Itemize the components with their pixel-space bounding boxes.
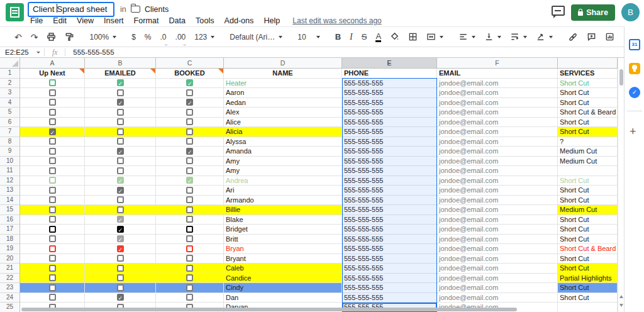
name-cell[interactable]: Aedan: [224, 98, 342, 108]
checkbox[interactable]: [186, 206, 193, 213]
phone-cell[interactable]: 555-555-555: [342, 205, 437, 215]
service-cell[interactable]: Short Cut: [558, 98, 618, 108]
checkbox-cell[interactable]: [156, 186, 224, 196]
checkbox[interactable]: [49, 245, 56, 252]
formula-input[interactable]: 555-555-555: [65, 48, 114, 56]
checkbox[interactable]: [49, 206, 56, 213]
checkbox[interactable]: ✓: [117, 294, 124, 301]
checkbox-cell[interactable]: [20, 215, 85, 225]
row-header[interactable]: 12: [0, 176, 20, 186]
row-header[interactable]: 9: [0, 147, 20, 157]
checkbox-cell[interactable]: ✓: [85, 244, 156, 254]
service-cell[interactable]: Medium Cut: [558, 147, 618, 157]
column-headers[interactable]: ABCDEF: [0, 58, 618, 69]
checkbox-cell[interactable]: [85, 137, 156, 147]
checkbox-cell[interactable]: ✓: [85, 186, 156, 196]
name-cell[interactable]: Alyssa: [224, 137, 342, 147]
scroll-down-icon[interactable]: [619, 304, 623, 307]
checkbox-cell[interactable]: ✓: [85, 235, 156, 245]
row-header[interactable]: 11: [0, 166, 20, 176]
checkbox[interactable]: ✓: [117, 177, 124, 184]
checkbox-cell[interactable]: [156, 274, 224, 284]
checkbox-cell[interactable]: [20, 176, 85, 186]
checkbox-cell[interactable]: [20, 79, 85, 89]
checkbox-cell[interactable]: [156, 293, 224, 303]
service-cell[interactable]: ?: [558, 137, 618, 147]
font-select[interactable]: Default (Ari…: [225, 30, 287, 45]
checkbox[interactable]: [117, 167, 124, 174]
paint-format-icon[interactable]: [60, 30, 79, 45]
email-cell[interactable]: jondoe@email.com: [437, 264, 558, 274]
checkbox[interactable]: [117, 157, 124, 164]
checkbox-cell[interactable]: ✓: [85, 98, 156, 108]
checkbox[interactable]: ✓: [186, 148, 193, 155]
sheets-logo-icon[interactable]: [6, 3, 24, 21]
email-cell[interactable]: jondoe@email.com: [437, 127, 558, 137]
checkbox[interactable]: [49, 216, 56, 223]
vertical-align-button[interactable]: [480, 30, 506, 45]
service-cell[interactable]: Short Cut: [558, 264, 618, 274]
phone-cell[interactable]: 555-555-555: [342, 79, 437, 89]
checkbox[interactable]: [49, 138, 56, 145]
email-cell[interactable]: jondoe@email.com: [437, 196, 558, 206]
checkbox[interactable]: ✓: [117, 226, 124, 233]
header-cell-a[interactable]: Up Next: [20, 69, 85, 79]
row-header[interactable]: 17: [0, 225, 20, 235]
checkbox-cell[interactable]: [85, 205, 156, 215]
email-cell[interactable]: jondoe@email.com: [437, 215, 558, 225]
checkbox[interactable]: ✓: [186, 99, 193, 106]
header-cell-c[interactable]: BOOKED: [156, 69, 224, 79]
checkbox[interactable]: [49, 284, 56, 291]
phone-cell[interactable]: 555-555-555: [342, 235, 437, 245]
phone-cell[interactable]: 555-555-555: [342, 186, 437, 196]
header-cell-e[interactable]: PHONE: [342, 69, 437, 79]
service-cell[interactable]: Short Cut: [558, 254, 618, 264]
checkbox[interactable]: ✓: [117, 216, 124, 223]
checkbox[interactable]: [49, 99, 56, 106]
service-cell[interactable]: Short Cut: [558, 88, 618, 98]
checkbox[interactable]: [49, 235, 56, 242]
checkbox-cell[interactable]: [156, 127, 224, 137]
service-cell[interactable]: Short Cut: [558, 176, 618, 186]
service-cell[interactable]: Short Cut: [558, 215, 618, 225]
checkbox-cell[interactable]: [20, 283, 85, 293]
checkbox-cell[interactable]: ✓: [20, 127, 85, 137]
checkbox[interactable]: [117, 196, 124, 203]
column-header-B[interactable]: B: [85, 58, 156, 68]
row-header[interactable]: 15: [0, 205, 20, 215]
email-cell[interactable]: jondoe@email.com: [437, 254, 558, 264]
checkbox[interactable]: [186, 294, 193, 301]
checkbox-cell[interactable]: [156, 205, 224, 215]
name-cell[interactable]: Billie: [224, 205, 342, 215]
email-cell[interactable]: jondoe@email.com: [437, 244, 558, 254]
service-cell[interactable]: Short Cut: [558, 127, 618, 137]
name-cell[interactable]: Bryan: [224, 244, 342, 254]
checkbox[interactable]: ✓: [186, 79, 193, 86]
checkbox-cell[interactable]: [156, 215, 224, 225]
text-rotation-button[interactable]: [531, 30, 557, 45]
menu-help[interactable]: Help: [258, 16, 285, 25]
name-cell[interactable]: Andrea: [224, 176, 342, 186]
print-icon[interactable]: [42, 30, 60, 45]
share-button[interactable]: Share: [571, 4, 615, 21]
checkbox[interactable]: [117, 118, 124, 125]
checkbox[interactable]: [49, 167, 56, 174]
checkbox-cell[interactable]: [85, 118, 156, 128]
strikethrough-button[interactable]: S: [357, 30, 372, 45]
folder-location-link[interactable]: Clients: [145, 5, 169, 14]
header-cell-f[interactable]: EMAIL: [437, 69, 558, 79]
phone-cell[interactable]: 555-555-555: [342, 108, 437, 118]
column-header-E[interactable]: E: [342, 58, 437, 68]
row-header[interactable]: 14: [0, 196, 20, 206]
header-cell-g[interactable]: SERVICES: [558, 69, 618, 79]
checkbox-cell[interactable]: [20, 244, 85, 254]
row-header[interactable]: 2: [0, 79, 20, 89]
insert-comment-icon[interactable]: [582, 30, 601, 45]
email-cell[interactable]: jondoe@email.com: [437, 225, 558, 235]
format-percent-button[interactable]: %: [140, 30, 156, 45]
service-cell[interactable]: [558, 166, 618, 176]
row-header[interactable]: 22: [0, 274, 20, 284]
google-calendar-icon[interactable]: 31: [629, 39, 640, 50]
service-cell[interactable]: [558, 303, 618, 312]
bold-button[interactable]: B: [331, 30, 345, 45]
